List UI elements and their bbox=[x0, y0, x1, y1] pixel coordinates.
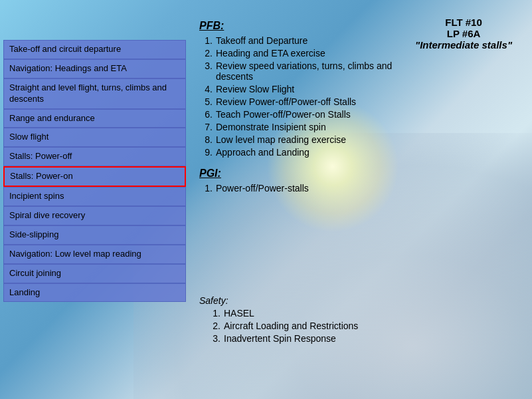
lesson-title: "Intermediate stalls" bbox=[415, 39, 512, 51]
sidebar-item-takeoff[interactable]: Take-off and circuit departure bbox=[3, 40, 186, 59]
pfb-list-item: Low level map reading exercise bbox=[199, 134, 419, 145]
sidebar-item-slow-flight[interactable]: Slow flight bbox=[3, 128, 186, 147]
sidebar-item-landing[interactable]: Landing bbox=[3, 283, 186, 303]
sidebar-item-navigation-map[interactable]: Navigation: Low level map reading bbox=[3, 245, 186, 264]
safety-list-item: Inadvertent Spin Response bbox=[206, 333, 358, 344]
sidebar-item-stalls-poweroff[interactable]: Stalls: Power-off bbox=[3, 147, 186, 166]
sidebar-item-navigation-headings[interactable]: Navigation: Headings and ETA bbox=[3, 59, 186, 78]
pgi-title: PGI: bbox=[199, 168, 419, 180]
safety-title: Safety: bbox=[199, 295, 358, 306]
pfb-list-item: Heading and ETA exercise bbox=[199, 48, 419, 59]
pfb-list-item: Takeoff and Departure bbox=[199, 35, 419, 46]
flt-number: FLT #10 bbox=[415, 17, 512, 28]
safety-list-item: Aircraft Loading and Restrictions bbox=[206, 321, 358, 331]
safety-list: HASELAircraft Loading and RestrictionsIn… bbox=[199, 308, 358, 344]
pgi-list-item: Power-off/Power-stalls bbox=[199, 183, 419, 194]
pgi-section: PGI: Power-off/Power-stalls bbox=[199, 168, 419, 194]
safety-section: Safety: HASELAircraft Loading and Restri… bbox=[199, 295, 358, 346]
pfb-list-item: Demonstrate Insipient spin bbox=[199, 122, 419, 132]
sidebar-item-stalls-poweron[interactable]: Stalls: Power-on bbox=[3, 166, 186, 187]
main-content: PFB: Takeoff and DepartureHeading and ET… bbox=[199, 20, 419, 203]
sidebar-item-range-endurance[interactable]: Range and endurance bbox=[3, 109, 186, 128]
pfb-title: PFB: bbox=[199, 20, 419, 32]
pfb-list-item: Review Power-off/Power-off Stalls bbox=[199, 96, 419, 107]
pfb-list: Takeoff and DepartureHeading and ETA exe… bbox=[199, 35, 419, 158]
sidebar-item-spiral-dive[interactable]: Spiral dive recovery bbox=[3, 206, 186, 225]
sidebar-item-circuit-joining[interactable]: Circuit joining bbox=[3, 264, 186, 283]
pfb-list-item: Review Slow Flight bbox=[199, 84, 419, 94]
safety-list-item: HASEL bbox=[206, 308, 358, 319]
sidebar: Take-off and circuit departureNavigation… bbox=[3, 40, 186, 302]
pfb-list-item: Teach Power-off/Power-on Stalls bbox=[199, 109, 419, 120]
header-info: FLT #10 LP #6A "Intermediate stalls" bbox=[415, 17, 512, 51]
lp-number: LP #6A bbox=[415, 28, 512, 39]
sidebar-item-incipient-spins[interactable]: Incipient spins bbox=[3, 187, 186, 206]
pfb-list-item: Review speed variations, turns, climbs a… bbox=[199, 61, 419, 82]
pfb-list-item: Approach and Landing bbox=[199, 147, 419, 158]
pgi-list: Power-off/Power-stalls bbox=[199, 183, 419, 194]
sidebar-item-side-slipping[interactable]: Side-slipping bbox=[3, 225, 186, 245]
sidebar-item-straight-level[interactable]: Straight and level flight, turns, climbs… bbox=[3, 78, 186, 109]
